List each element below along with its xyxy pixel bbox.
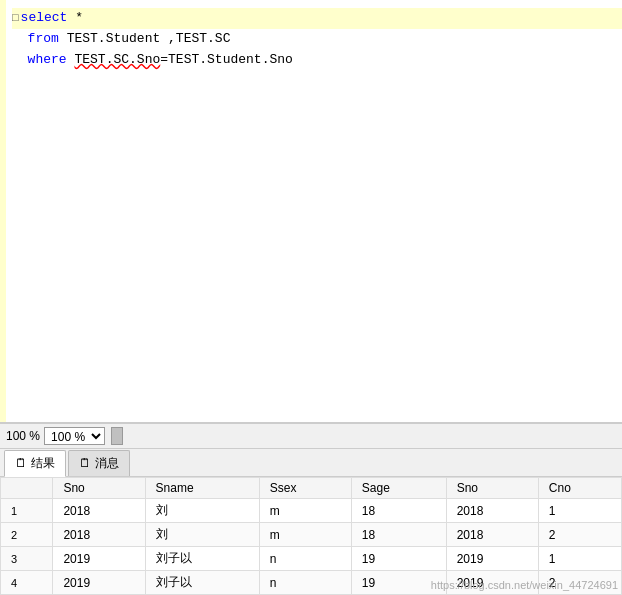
tab-messages-icon: 🗒 [79, 456, 91, 470]
col-header-sno: Sno [53, 478, 145, 499]
tabs-bar: 🗒 结果 🗒 消息 [0, 449, 622, 477]
cell-sno2-1: 2018 [446, 499, 538, 523]
line-indent [12, 29, 28, 50]
table-row: 1 2018 刘 m 18 2018 1 [1, 499, 622, 523]
cell-sage-2: 18 [351, 523, 446, 547]
col-header-sno2: Sno [446, 478, 538, 499]
zoom-bar: 100 % 100 % 75 % 125 % [0, 423, 622, 449]
results-table: Sno Sname Ssex Sage Sno Cno 1 2018 刘 m 1… [0, 477, 622, 595]
code-lines: □select * from TEST.Student ,TEST.SC whe… [0, 4, 622, 70]
cell-sno-1: 2018 [53, 499, 145, 523]
code-star: * [75, 8, 83, 29]
col-header-rownum [1, 478, 53, 499]
cell-sno-4: 2019 [53, 571, 145, 595]
cell-sname-3: 刘子以 [145, 547, 259, 571]
code-line-2: from TEST.Student ,TEST.SC [12, 29, 622, 50]
table-header-row: Sno Sname Ssex Sage Sno Cno [1, 478, 622, 499]
editor-area[interactable]: □select * from TEST.Student ,TEST.SC whe… [0, 0, 622, 423]
watermark: https://blog.csdn.net/weixin_44724691 [431, 579, 618, 591]
table-row: 3 2019 刘子以 n 19 2019 1 [1, 547, 622, 571]
cell-sno2-3: 2019 [446, 547, 538, 571]
tab-results-icon: 🗒 [15, 456, 27, 470]
code-line-1: □select * [12, 8, 622, 29]
cell-ssex-3: n [259, 547, 351, 571]
cell-ssex-4: n [259, 571, 351, 595]
from-tables: TEST.Student ,TEST.SC [67, 29, 231, 50]
cell-sname-1: 刘 [145, 499, 259, 523]
results-wrapper: Sno Sname Ssex Sage Sno Cno 1 2018 刘 m 1… [0, 477, 622, 595]
cell-cno-3: 1 [538, 547, 621, 571]
tab-results-label: 结果 [31, 455, 55, 472]
tab-messages-label: 消息 [95, 455, 119, 472]
collapse-icon: □ [12, 10, 19, 28]
row-num-3: 3 [1, 547, 53, 571]
cell-sno-3: 2019 [53, 547, 145, 571]
where-condition-squiggly: TEST.SC.Sno [74, 50, 160, 71]
cell-cno-1: 1 [538, 499, 621, 523]
keyword-from: from [28, 29, 67, 50]
cell-sname-2: 刘 [145, 523, 259, 547]
table-row: 2 2018 刘 m 18 2018 2 [1, 523, 622, 547]
row-num-2: 2 [1, 523, 53, 547]
col-header-sname: Sname [145, 478, 259, 499]
line-indent-2 [12, 50, 28, 71]
cell-sno2-2: 2018 [446, 523, 538, 547]
cell-ssex-2: m [259, 523, 351, 547]
code-line-3: where TEST.SC.Sno=TEST.Student.Sno [12, 50, 622, 71]
cell-ssex-1: m [259, 499, 351, 523]
col-header-ssex: Ssex [259, 478, 351, 499]
cell-sage-1: 18 [351, 499, 446, 523]
cell-cno-2: 2 [538, 523, 621, 547]
scroll-handle[interactable] [111, 427, 123, 445]
tab-results[interactable]: 🗒 结果 [4, 450, 66, 477]
where-condition-rest: =TEST.Student.Sno [160, 50, 293, 71]
col-header-cno: Cno [538, 478, 621, 499]
keyword-select: select [21, 8, 76, 29]
row-num-4: 4 [1, 571, 53, 595]
col-header-sage: Sage [351, 478, 446, 499]
editor-left-bar [0, 0, 6, 422]
cell-sname-4: 刘子以 [145, 571, 259, 595]
cell-sno-2: 2018 [53, 523, 145, 547]
zoom-dropdown[interactable]: 100 % 75 % 125 % [44, 427, 105, 445]
tab-messages[interactable]: 🗒 消息 [68, 450, 130, 476]
cell-sage-3: 19 [351, 547, 446, 571]
zoom-label: 100 % [6, 429, 40, 443]
keyword-where: where [28, 50, 75, 71]
results-area[interactable]: Sno Sname Ssex Sage Sno Cno 1 2018 刘 m 1… [0, 477, 622, 595]
row-num-1: 1 [1, 499, 53, 523]
